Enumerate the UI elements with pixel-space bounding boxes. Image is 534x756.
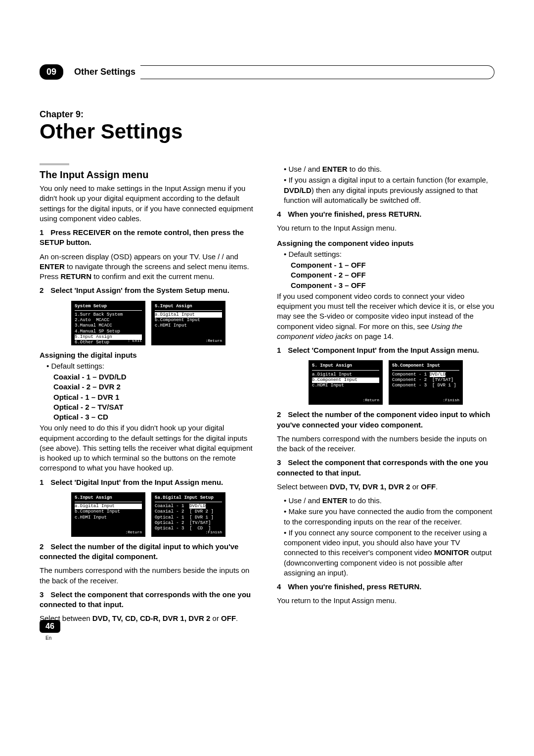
osd-row: Component - 1 DVD/LD — [392, 372, 459, 378]
step-number: 2 — [40, 542, 48, 552]
digital-step-2: 2 Select the number of the digital input… — [40, 542, 257, 562]
digital-step-4: 4 When you're finished, press RETURN. — [277, 209, 494, 219]
step-text: Select 'Component Input' from the Input … — [288, 346, 479, 354]
step-number: 3 — [277, 458, 286, 468]
osd-row: Component - 2 [TV/SAT] — [392, 378, 459, 383]
osd-title: 5. Input Assign — [312, 363, 379, 370]
osd-component-input: 5b.Component Input Component - 1 DVD/LD … — [389, 360, 463, 405]
default-item: Component - 3 – OFF — [291, 281, 494, 290]
component-step-4: 4 When you're finished, press RETURN. — [277, 582, 494, 592]
osd-row: 1.Surr Back System — [75, 312, 142, 318]
step-text: Select the component that corresponds wi… — [277, 458, 488, 476]
osd-row: Component - 3 [ DVR 1 ] — [392, 383, 459, 388]
step-number: 4 — [277, 209, 286, 219]
component-step-2: 2 Select the number of the component vid… — [277, 410, 494, 430]
step-number: 1 — [40, 477, 48, 487]
default-item: Coaxial - 2 – DVR 2 — [53, 382, 257, 392]
right-column: Use / and ENTER to do this. If you assig… — [277, 163, 494, 628]
step-number: 2 — [277, 410, 286, 420]
step-text: Press RECEIVER on the remote control, th… — [40, 228, 244, 246]
step-text: Select the number of the digital input t… — [40, 542, 238, 561]
osd-digital-input-setup: 5a.Digital Input Setup Coaxial - 1 DVD/L… — [151, 492, 225, 537]
step-text: Select the number of the component video… — [277, 410, 490, 428]
osd-row: 3.Manual MCACC — [75, 323, 142, 329]
section-bar — [40, 163, 69, 165]
step-number: 4 — [277, 582, 286, 592]
step-text: Select 'Input Assign' from the System Se… — [50, 286, 229, 294]
default-item: Coaxial - 1 – DVD/LD — [53, 372, 257, 382]
left-column: The Input Assign menu You only need to m… — [40, 163, 257, 628]
step-text: Select 'Digital Input' from the Input As… — [50, 478, 223, 486]
header-title-wrap: Other Settings — [69, 65, 494, 79]
osd-row-highlight: a.Digital Input — [75, 504, 142, 509]
osd-footer: :Finish — [205, 530, 222, 535]
page-number: 46 — [40, 620, 60, 633]
osd-row: b.Component Input — [75, 509, 142, 515]
language-label: En — [45, 635, 51, 641]
osd-row: Optical - 1 [ DVR 1 ] — [155, 515, 222, 520]
chapter-number-badge: 09 — [40, 64, 63, 80]
osd-row: a.Digital Input — [312, 372, 379, 378]
osd-footer: : Exit — [128, 338, 142, 343]
step-text: Select the component that corresponds wi… — [40, 590, 251, 609]
osd-title: 5.Input Assign — [75, 495, 142, 502]
step-2: 2 Select 'Input Assign' from the System … — [40, 285, 257, 295]
component-step-2-note: The numbers correspond with the numbers … — [277, 434, 494, 454]
header-rule — [140, 65, 494, 79]
osd-input-assign-2: 5.Input Assign a.Digital Input b.Compone… — [71, 492, 145, 537]
bullet-monitor-note: If you connect any source component to t… — [284, 528, 494, 578]
osd-title: 5b.Component Input — [392, 363, 459, 370]
step-number: 2 — [40, 285, 48, 295]
osd-input-assign-3: 5. Input Assign a.Digital Input b.Compon… — [309, 360, 383, 405]
component-step-1: 1 Select 'Component Input' from the Inpu… — [277, 345, 494, 355]
bullet-use-enter-2: Use / and ENTER to do this. — [284, 496, 494, 506]
page: 09 Other Settings Chapter 9: Other Setti… — [0, 0, 534, 648]
component-paragraph: If you used component video cords to con… — [277, 291, 494, 341]
osd-row: 4.Manual SP Setup — [75, 329, 142, 334]
section-title: The Input Assign menu — [40, 168, 257, 182]
running-header: 09 Other Settings — [40, 64, 494, 80]
osd-row-2: 5.Input Assign a.Digital Input b.Compone… — [40, 492, 257, 537]
osd-row: Optical - 2 [TV/SAT] — [155, 520, 222, 526]
step-1: 1 Press RECEIVER on the remote control, … — [40, 228, 257, 248]
digital-step-3-note: Select between DVD, TV, CD, CD-R, DVR 1,… — [40, 614, 257, 623]
default-item: Component - 1 – OFF — [291, 260, 494, 270]
digital-step-2-note: The numbers correspond with the numbers … — [40, 566, 257, 586]
osd-footer: :Finish — [443, 398, 459, 403]
osd-footer: :Return — [125, 530, 142, 535]
osd-row: Coaxial - 2 [ DVR 2 ] — [155, 509, 222, 515]
osd-row-highlight: b.Component Input — [312, 378, 379, 383]
osd-title: System Setup — [75, 304, 142, 311]
osd-footer: :Return — [205, 338, 222, 343]
default-item: Optical - 3 – CD — [53, 412, 257, 422]
sub-heading-component: Assigning the component video inputs — [277, 238, 494, 248]
osd-row: b.Component Input — [155, 318, 222, 323]
osd-system-setup: System Setup 1.Surr Back System 2.Auto M… — [71, 301, 145, 345]
osd-row: c.HDMI Input — [312, 383, 379, 388]
step-number: 3 — [40, 590, 48, 600]
component-step-3-note: Select between DVD, TV, DVR 1, DVR 2 or … — [277, 482, 494, 492]
default-item: Optical - 2 – TV/SAT — [53, 402, 257, 412]
intro-paragraph: You only need to make settings in the In… — [40, 184, 257, 224]
osd-row-1: System Setup 1.Surr Back System 2.Auto M… — [40, 301, 257, 345]
step-text: When you're finished, press RETURN. — [288, 582, 421, 591]
digital-step-1: 1 Select 'Digital Input' from the Input … — [40, 477, 257, 487]
component-step-3: 3 Select the component that corresponds … — [277, 458, 494, 478]
default-item: Component - 2 – OFF — [291, 270, 494, 280]
osd-title: 5a.Digital Input Setup — [155, 495, 222, 502]
default-item: Optical - 1 – DVR 1 — [53, 392, 257, 402]
osd-row: 2.Auto MCACC — [75, 318, 142, 323]
osd-input-assign: 5.Input Assign a.Digital Input b.Compone… — [151, 301, 225, 345]
osd-row-3: 5. Input Assign a.Digital Input b.Compon… — [277, 360, 494, 405]
component-step-4-note: You return to the Input Assign menu. — [277, 596, 494, 606]
defaults-label: Default settings: — [46, 361, 257, 371]
step-1-note: An on-screen display (OSD) appears on yo… — [40, 252, 257, 282]
step-number: 1 — [40, 228, 48, 237]
step-number: 1 — [277, 345, 286, 355]
osd-title: 5.Input Assign — [155, 304, 222, 311]
chapter-title: Other Settings — [40, 120, 494, 143]
digital-step-3: 3 Select the component that corresponds … — [40, 590, 257, 610]
bullet-assign-note: If you assign a digital input to a certa… — [284, 175, 494, 205]
bullet-use-enter: Use / and ENTER to do this. — [284, 164, 494, 174]
sub-heading-digital: Assigning the digital inputs — [40, 350, 257, 360]
